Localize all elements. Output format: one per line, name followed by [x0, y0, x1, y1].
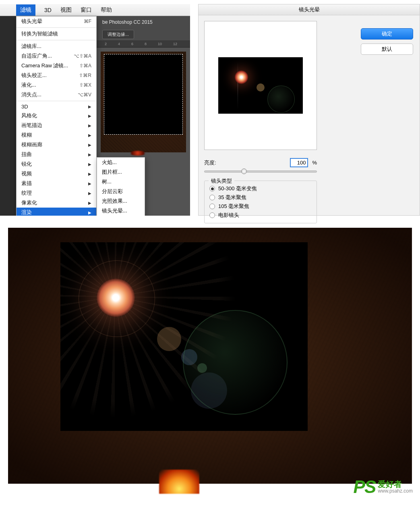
- watermark: PS 爱好者 www.psahz.com: [354, 477, 413, 497]
- brightness-slider[interactable]: [204, 171, 317, 173]
- menu-vanishing-point[interactable]: 消失点...⌥⌘V: [17, 90, 96, 100]
- flare-ring-icon: [183, 310, 288, 415]
- refine-edge-button[interactable]: 调整边缘...: [102, 30, 134, 39]
- brightness-input[interactable]: [290, 158, 308, 167]
- default-button[interactable]: 默认: [361, 44, 413, 55]
- lens-type-legend: 镜头类型: [209, 177, 234, 185]
- flare-center-icon[interactable]: [234, 70, 248, 84]
- flare-preview[interactable]: [204, 21, 317, 150]
- filter-menu-dropdown: 镜头光晕 ⌘F 转换为智能滤镜 滤镜库... 自适应广角...⌥⇧⌘A Came…: [16, 16, 97, 216]
- submenu-lens-flare[interactable]: 镜头光晕...: [97, 206, 145, 216]
- flare-dot-icon: [257, 83, 265, 92]
- menu-3d[interactable]: 3D: [44, 7, 52, 13]
- document-canvas[interactable]: [101, 52, 186, 152]
- menu-视频[interactable]: 视频▶: [17, 169, 96, 179]
- watermark-text: 爱好者: [378, 480, 413, 489]
- ruler: 2 4 6 8 10 12: [97, 40, 190, 48]
- chevron-right-icon: ▶: [88, 114, 91, 118]
- slider-thumb-icon[interactable]: [241, 168, 247, 174]
- menu-help[interactable]: 帮助: [101, 6, 112, 14]
- lens-flare-dialog: 镜头光晕 确定 默认 亮度:: [198, 4, 420, 216]
- submenu-lighting-effects[interactable]: 光照效果...: [97, 196, 145, 206]
- artwork-glow: [130, 151, 146, 156]
- menu-扭曲[interactable]: 扭曲▶: [17, 150, 96, 159]
- lens-type-group: 镜头类型 50-300 毫米变焦 35 毫米聚焦 105 毫米聚焦 电影镜头: [204, 181, 317, 223]
- menu-模糊[interactable]: 模糊▶: [17, 130, 96, 140]
- submenu-difference-clouds[interactable]: 分层云彩: [97, 187, 145, 196]
- result-image: [8, 228, 412, 484]
- submenu-flame[interactable]: 火焰...: [97, 158, 145, 167]
- menu-风格化[interactable]: 风格化▶: [17, 111, 96, 121]
- menu-view[interactable]: 视图: [60, 6, 72, 14]
- ok-button[interactable]: 确定: [361, 28, 413, 40]
- menu-liquify[interactable]: 液化...⇧⌘X: [17, 80, 96, 90]
- flare-ring-icon: [267, 85, 295, 113]
- chevron-right-icon: ▶: [88, 123, 91, 128]
- chevron-right-icon: ▶: [88, 191, 91, 195]
- menubar: 滤镜 3D 视图 窗口 帮助: [0, 4, 190, 16]
- submenu-tree[interactable]: 树...: [97, 177, 145, 187]
- brightness-label: 亮度:: [204, 159, 216, 166]
- chevron-right-icon: ▶: [88, 152, 91, 157]
- menu-像素化[interactable]: 像素化▶: [17, 198, 96, 208]
- flame-artwork: [159, 470, 199, 494]
- menu-模糊画廊[interactable]: 模糊画廊▶: [17, 140, 96, 150]
- chevron-right-icon: ▶: [88, 210, 91, 215]
- radio-icon[interactable]: [209, 204, 215, 209]
- brightness-unit: %: [312, 160, 317, 166]
- menu-画笔描边[interactable]: 画笔描边▶: [17, 121, 96, 130]
- menu-convert-smart-filter[interactable]: 转换为智能滤镜: [17, 29, 96, 39]
- chevron-right-icon: ▶: [88, 104, 91, 109]
- menu-纹理[interactable]: 纹理▶: [17, 188, 96, 198]
- flare-main-icon: [97, 279, 135, 317]
- menu-lens-correction[interactable]: 镜头校正...⇧⌘R: [17, 71, 96, 80]
- lens-type-105[interactable]: 105 毫米聚焦: [209, 202, 312, 211]
- menu-渲染[interactable]: 渲染▶: [17, 208, 96, 216]
- lens-type-35[interactable]: 35 毫米聚焦: [209, 193, 312, 202]
- chevron-right-icon: ▶: [88, 133, 91, 137]
- dialog-title: 镜头光晕: [199, 4, 420, 15]
- chevron-right-icon: ▶: [88, 181, 91, 186]
- lens-type-50-300[interactable]: 50-300 毫米变焦: [209, 184, 312, 193]
- flare-dot-icon: [157, 327, 181, 351]
- app-title: be Photoshop CC 2015: [97, 16, 190, 28]
- options-bar: be Photoshop CC 2015 调整边缘...: [97, 16, 190, 40]
- selection-marquee: [104, 54, 183, 135]
- menu-filter[interactable]: 滤镜: [16, 4, 35, 16]
- chevron-right-icon: ▶: [88, 143, 91, 147]
- menu-camera-raw[interactable]: Camera Raw 滤镜...⇧⌘A: [17, 61, 96, 71]
- submenu-picture-frame[interactable]: 图片框...: [97, 167, 145, 177]
- watermark-logo: PS: [354, 477, 376, 497]
- menu-last-filter[interactable]: 镜头光晕 ⌘F: [17, 17, 96, 26]
- watermark-url: www.psahz.com: [378, 489, 413, 494]
- menu-filter-gallery[interactable]: 滤镜库...: [17, 42, 96, 51]
- menu-素描[interactable]: 素描▶: [17, 179, 96, 188]
- photoshop-window: 滤镜 3D 视图 窗口 帮助 be Photoshop CC 2015 调整边缘…: [0, 4, 190, 216]
- render-submenu: 火焰... 图片框... 树... 分层云彩 光照效果... 镜头光晕... 纤…: [97, 157, 145, 216]
- menu-window[interactable]: 窗口: [81, 6, 92, 14]
- lens-type-movie[interactable]: 电影镜头: [209, 211, 312, 220]
- chevron-right-icon: ▶: [88, 162, 91, 166]
- chevron-right-icon: ▶: [88, 172, 91, 176]
- radio-icon[interactable]: [209, 212, 215, 218]
- menu-锐化[interactable]: 锐化▶: [17, 159, 96, 169]
- radio-icon[interactable]: [209, 195, 215, 200]
- radio-icon[interactable]: [209, 186, 215, 191]
- menu-3D[interactable]: 3D▶: [17, 102, 96, 111]
- chevron-right-icon: ▶: [88, 201, 91, 205]
- menu-adaptive-wide-angle[interactable]: 自适应广角...⌥⇧⌘A: [17, 51, 96, 61]
